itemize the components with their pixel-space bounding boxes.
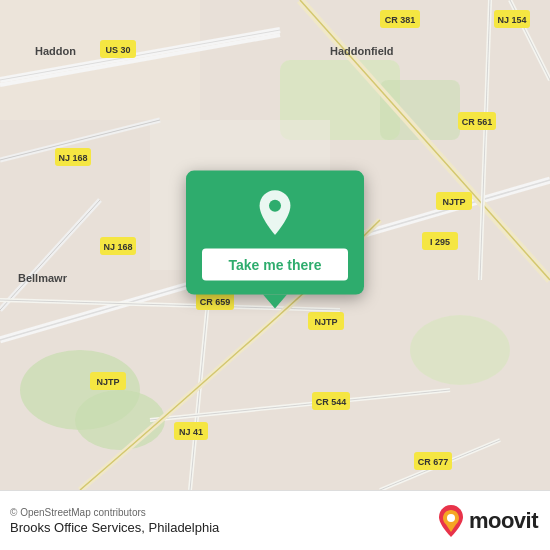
svg-text:NJ 168: NJ 168 [58,153,87,163]
map-container: US 30 NJ 168 NJ 168 CR 659 NJTP NJ 41 CR… [0,0,550,490]
svg-text:Haddonfield: Haddonfield [330,45,394,57]
take-me-there-button[interactable]: Take me there [202,249,348,281]
svg-text:US 30: US 30 [105,45,130,55]
svg-text:NJTP: NJTP [96,377,119,387]
place-name-text: Brooks Office Services, Philadelphia [10,520,219,535]
attribution-text: © OpenStreetMap contributors [10,507,219,518]
svg-text:NJ 154: NJ 154 [497,15,526,25]
bottom-left: © OpenStreetMap contributors Brooks Offi… [10,507,219,535]
svg-point-63 [447,514,455,522]
svg-text:NJ 41: NJ 41 [179,427,203,437]
moovit-pin-icon [437,504,465,538]
svg-text:I 295: I 295 [430,237,450,247]
svg-text:CR 677: CR 677 [418,457,449,467]
moovit-logo: moovit [437,504,538,538]
svg-text:NJ 168: NJ 168 [103,242,132,252]
svg-text:NJTP: NJTP [314,317,337,327]
popup-tail [263,295,287,309]
svg-text:CR 544: CR 544 [316,397,347,407]
pin-icon [251,189,299,237]
svg-point-62 [269,200,281,212]
svg-text:CR 381: CR 381 [385,15,416,25]
moovit-brand-text: moovit [469,508,538,534]
bottom-bar: © OpenStreetMap contributors Brooks Offi… [0,490,550,550]
svg-text:Haddon: Haddon [35,45,76,57]
svg-text:Bellmawr: Bellmawr [18,272,68,284]
svg-point-4 [410,315,510,385]
svg-text:NJTP: NJTP [442,197,465,207]
location-popup: Take me there [186,171,364,295]
svg-text:CR 561: CR 561 [462,117,493,127]
svg-text:CR 659: CR 659 [200,297,231,307]
